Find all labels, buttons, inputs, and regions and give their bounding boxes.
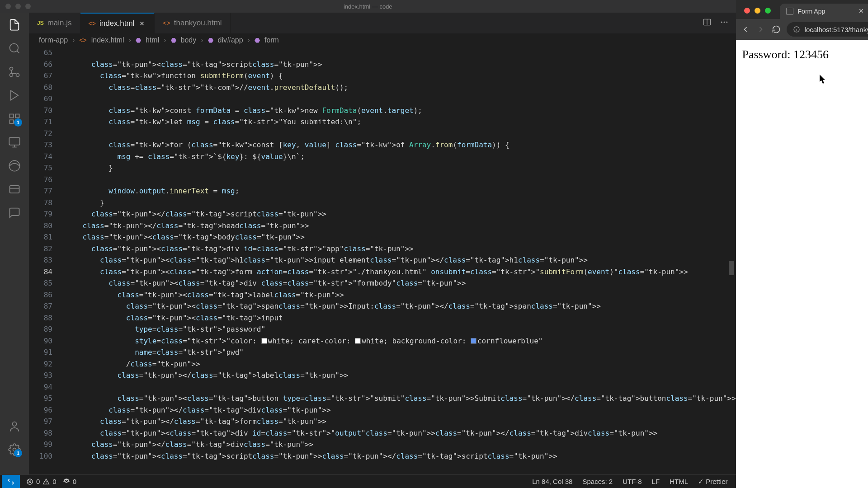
warning-count: 0 xyxy=(52,478,56,485)
page-text: Password: 123456 xyxy=(742,48,829,61)
traffic-lights[interactable] xyxy=(5,4,31,9)
editor-area: JS main.js <> index.html <> thankyou.htm… xyxy=(29,13,736,474)
error-count: 0 xyxy=(36,478,40,485)
language-mode[interactable]: HTML xyxy=(670,478,688,486)
browser-tab-title: Form App xyxy=(798,8,826,15)
tab-thankyou-html[interactable]: <> thankyou.html xyxy=(155,13,230,33)
svg-point-4 xyxy=(10,74,13,77)
browser-tabstrip: Form App xyxy=(736,0,868,19)
back-button[interactable] xyxy=(741,24,750,34)
run-debug-icon[interactable] xyxy=(8,89,21,102)
traffic-lights[interactable] xyxy=(744,8,771,14)
formatter-status[interactable]: ✓ Prettier xyxy=(698,478,728,486)
breadcrumb[interactable]: form-app › <> index.html › ⬣ html › ⬣ bo… xyxy=(29,33,736,47)
editor-tabs: JS main.js <> index.html <> thankyou.htm… xyxy=(29,13,736,33)
svg-rect-6 xyxy=(10,114,14,118)
source-control-icon[interactable] xyxy=(8,65,21,79)
port-count: 0 xyxy=(73,478,76,485)
close-dot[interactable] xyxy=(5,4,11,9)
split-editor-icon[interactable] xyxy=(703,18,712,28)
cursor-position[interactable]: Ln 84, Col 38 xyxy=(532,478,572,486)
breadcrumb-item[interactable]: html xyxy=(146,36,159,44)
reload-button[interactable] xyxy=(771,24,781,34)
svg-point-24 xyxy=(726,22,727,23)
code-editor[interactable]: 6566676869707172737475767778798081828384… xyxy=(29,47,736,474)
scrollbar-thumb[interactable] xyxy=(729,261,734,275)
svg-marker-5 xyxy=(11,91,18,100)
svg-rect-7 xyxy=(15,114,19,118)
timeline-icon[interactable] xyxy=(8,183,21,196)
svg-point-0 xyxy=(10,44,19,52)
extensions-badge: 1 xyxy=(14,118,22,127)
html-file-icon: <> xyxy=(89,20,96,27)
edge-tools-icon[interactable] xyxy=(8,159,21,173)
element-icon: ⬣ xyxy=(171,37,176,44)
remote-explorer-icon[interactable] xyxy=(8,136,21,149)
explorer-icon[interactable] xyxy=(8,18,21,32)
close-dot[interactable] xyxy=(744,8,750,14)
zoom-dot[interactable] xyxy=(25,4,31,9)
browser-tab[interactable]: Form App xyxy=(780,4,868,19)
close-icon[interactable] xyxy=(859,8,864,15)
svg-rect-10 xyxy=(9,138,19,145)
address-bar[interactable]: localhost:5173/thankyou.html?pwd=123… xyxy=(787,22,868,37)
svg-point-3 xyxy=(16,74,19,77)
browser-toolbar: localhost:5173/thankyou.html?pwd=123… xyxy=(736,19,868,40)
problems-button[interactable]: 0 0 xyxy=(26,478,57,485)
browser-window: Form App xyxy=(736,0,868,488)
breadcrumb-item[interactable]: form xyxy=(264,36,279,44)
vscode-titlebar: index.html — code xyxy=(0,0,736,13)
breadcrumb-item[interactable]: body xyxy=(181,36,197,44)
svg-point-23 xyxy=(723,22,725,23)
svg-point-16 xyxy=(12,422,16,426)
svg-point-13 xyxy=(9,160,19,171)
tab-label: index.html xyxy=(99,19,134,28)
remote-button[interactable] xyxy=(2,475,20,488)
account-icon[interactable] xyxy=(8,419,21,433)
extensions-icon[interactable]: 1 xyxy=(8,112,21,126)
vscode-window: index.html — code 1 xyxy=(0,0,736,488)
minimize-dot[interactable] xyxy=(755,8,760,14)
tab-main-js[interactable]: JS main.js xyxy=(29,13,80,33)
close-icon[interactable] xyxy=(138,19,146,28)
element-icon: ⬣ xyxy=(136,37,141,44)
favicon-icon xyxy=(786,8,793,15)
element-icon: ⬣ xyxy=(208,37,213,44)
chat-icon[interactable] xyxy=(8,206,21,220)
svg-point-22 xyxy=(721,22,722,23)
html-file-icon: <> xyxy=(79,37,86,44)
tab-index-html[interactable]: <> index.html xyxy=(80,13,155,33)
svg-point-30 xyxy=(66,481,67,483)
zoom-dot[interactable] xyxy=(765,8,771,14)
status-bar: 0 0 0 Ln 84, Col 38 Spaces: 2 UTF-8 LF H… xyxy=(0,474,736,488)
forward-button[interactable] xyxy=(756,24,766,34)
settings-badge: 1 xyxy=(14,449,22,457)
svg-rect-14 xyxy=(10,186,19,193)
page-content: Password: 123456 xyxy=(736,40,868,488)
minimize-dot[interactable] xyxy=(15,4,21,9)
window-title: index.html — code xyxy=(344,3,392,10)
site-info-icon[interactable] xyxy=(793,26,800,33)
settings-gear-icon[interactable]: 1 xyxy=(8,443,21,456)
ports-button[interactable]: 0 xyxy=(63,478,76,485)
tab-label: main.js xyxy=(47,19,72,28)
indentation[interactable]: Spaces: 2 xyxy=(582,478,613,486)
svg-line-1 xyxy=(17,51,19,53)
js-file-icon: JS xyxy=(37,20,44,26)
breadcrumb-item[interactable]: div#app xyxy=(218,36,243,44)
eol[interactable]: LF xyxy=(652,478,660,486)
tab-label: thankyou.html xyxy=(174,19,222,28)
more-actions-icon[interactable] xyxy=(720,18,729,28)
svg-point-2 xyxy=(10,67,13,70)
url-text: localhost:5173/thankyou.html?pwd=123… xyxy=(805,26,868,33)
element-icon: ⬣ xyxy=(255,37,260,44)
svg-point-29 xyxy=(46,483,47,483)
breadcrumb-item[interactable]: index.html xyxy=(91,36,124,44)
html-file-icon: <> xyxy=(163,19,170,27)
activity-bar: 1 xyxy=(0,13,29,474)
svg-rect-8 xyxy=(10,120,14,123)
breadcrumb-item[interactable]: form-app xyxy=(39,36,68,44)
search-icon[interactable] xyxy=(8,42,21,55)
mouse-cursor-icon xyxy=(820,74,827,84)
encoding[interactable]: UTF-8 xyxy=(623,478,642,486)
